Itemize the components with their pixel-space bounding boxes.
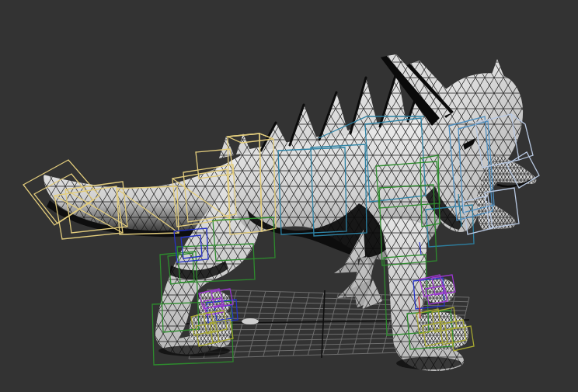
hind-foot-shadow (158, 345, 230, 356)
origin-marker[interactable] (242, 318, 259, 324)
viewport-3d[interactable] (0, 0, 578, 392)
front-foot-shadow (396, 357, 461, 369)
